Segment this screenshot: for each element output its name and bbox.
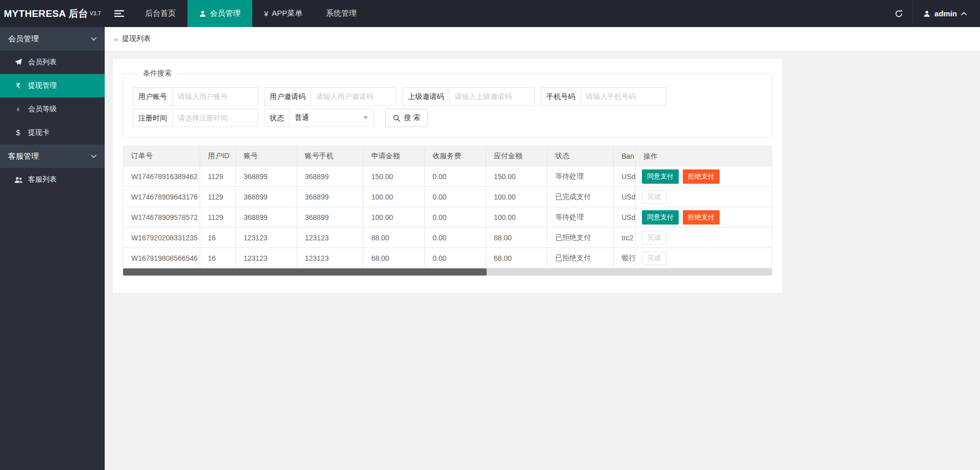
app-version: V3.7 xyxy=(90,11,101,16)
reject-pay-button[interactable]: 拒绝支付 xyxy=(683,210,720,225)
chevron-down-icon xyxy=(363,116,368,119)
sidebar-item-label: 提现管理 xyxy=(28,81,57,90)
topbar: MYTHERESA 后台 V3.7 后台首页 会员管理 ¥ APP菜单 系统管理… xyxy=(0,0,980,27)
page-shell: 会员管理 会员列表 ₹ 提现管理 ♀ 会员等级 $ 提现卡 客服管理 xyxy=(0,27,980,470)
page-title: 提现列表 xyxy=(122,34,151,43)
cell-apply-amount: 68.00 xyxy=(364,248,425,268)
cell-user-id: 16 xyxy=(200,228,236,248)
status-badge: 等待处理 xyxy=(547,207,614,228)
cell-payable: 150.00 xyxy=(486,166,547,187)
horizontal-scrollbar[interactable] xyxy=(123,268,772,276)
breadcrumb: » 提现列表 xyxy=(105,27,980,51)
cell-order: W174678909578572 xyxy=(124,207,200,228)
sidebar-item-label: 客服列表 xyxy=(28,175,57,184)
register-time-input[interactable] xyxy=(172,109,258,127)
cell-order: W174678916389462 xyxy=(124,166,200,187)
sidebar-group-label: 客服管理 xyxy=(8,152,39,161)
cell-user-id: 1129 xyxy=(200,207,236,228)
phone-number-input[interactable] xyxy=(580,87,666,106)
cell-phone: 368899 xyxy=(297,187,364,207)
nav-item-app-menu[interactable]: ¥ APP菜单 xyxy=(252,0,314,27)
agree-pay-button[interactable]: 同意支付 xyxy=(642,169,679,184)
cell-phone: 123123 xyxy=(297,248,364,268)
user-account-input[interactable] xyxy=(172,87,258,106)
field-register-time: 注册时间 xyxy=(133,109,258,127)
cell-phone: 368899 xyxy=(297,166,364,187)
cell-fee: 0.00 xyxy=(425,207,486,228)
field-user-invite-code: 用户邀请码 xyxy=(264,87,396,106)
user-menu[interactable]: admin xyxy=(913,0,980,27)
col-fee: 收服务费 xyxy=(425,146,486,166)
field-parent-invite-code: 上级邀请码 xyxy=(402,87,535,106)
cell-fee: 0.00 xyxy=(425,228,486,248)
sidebar-item-member-list[interactable]: 会员列表 xyxy=(0,51,105,74)
op-row: 完成 xyxy=(636,248,772,268)
app-title: MYTHERESA 后台 xyxy=(4,7,88,20)
cell-user-id: 16 xyxy=(200,248,236,268)
hamburger-icon xyxy=(114,10,124,17)
sidebar-group-member-manage[interactable]: 会员管理 xyxy=(0,27,105,51)
done-button: 完成 xyxy=(642,190,666,204)
sidebar-group-label: 会员管理 xyxy=(8,34,39,44)
cell-payable: 68.00 xyxy=(486,248,547,268)
person-icon xyxy=(199,10,206,17)
top-navigation: 后台首页 会员管理 ¥ APP菜单 系统管理 xyxy=(133,0,368,27)
nav-item-label: 后台首页 xyxy=(145,9,176,18)
refresh-button[interactable] xyxy=(885,0,913,27)
chevron-down-icon xyxy=(91,155,97,158)
plane-icon xyxy=(14,59,22,66)
col-payable: 应付金额 xyxy=(486,146,547,166)
sidebar-item-member-level[interactable]: ♀ 会员等级 xyxy=(0,97,105,121)
withdraw-list-card: 条件搜索 用户账号 用户邀请码 上级邀请码 xyxy=(112,58,783,293)
nav-item-home[interactable]: 后台首页 xyxy=(133,0,187,27)
field-status: 状态 普通 xyxy=(264,109,374,127)
parent-invite-code-input[interactable] xyxy=(449,87,535,106)
status-select[interactable]: 普通 xyxy=(289,109,374,127)
sidebar-item-label: 提现卡 xyxy=(28,128,50,137)
nav-item-system-manage[interactable]: 系统管理 xyxy=(314,0,368,27)
person-icon xyxy=(923,10,930,17)
search-button-label: 搜 索 xyxy=(404,113,420,122)
search-row-1: 用户账号 用户邀请码 上级邀请码 手机号码 xyxy=(133,87,767,106)
breadcrumb-separator-icon: » xyxy=(114,35,118,43)
cell-apply-amount: 150.00 xyxy=(364,166,425,187)
content-area: 条件搜索 用户账号 用户邀请码 上级邀请码 xyxy=(105,51,980,301)
status-badge: 已拒绝支付 xyxy=(547,228,614,248)
field-user-account: 用户账号 xyxy=(133,87,258,106)
scrollbar-thumb[interactable] xyxy=(123,268,487,276)
topbar-right: admin xyxy=(885,0,980,27)
field-label: 手机号码 xyxy=(541,87,581,106)
status-badge: 已完成支付 xyxy=(547,187,614,207)
col-user-id: 用户ID xyxy=(200,146,236,166)
cell-account: 123123 xyxy=(236,248,297,268)
reject-pay-button[interactable]: 拒绝支付 xyxy=(683,169,720,184)
status-badge: 等待处理 xyxy=(547,166,614,187)
user-invite-code-input[interactable] xyxy=(310,87,396,106)
sidebar-item-withdraw-card[interactable]: $ 提现卡 xyxy=(0,121,105,144)
field-label: 上级邀请码 xyxy=(402,87,449,106)
sidebar: 会员管理 会员列表 ₹ 提现管理 ♀ 会员等级 $ 提现卡 客服管理 xyxy=(0,27,105,470)
sidebar-item-service-list[interactable]: 客服列表 xyxy=(0,168,105,191)
search-button[interactable]: 搜 索 xyxy=(385,109,428,127)
cell-order: W167919808566546 xyxy=(124,248,200,268)
cell-account: 368899 xyxy=(236,166,297,187)
op-row: 同意支付 拒绝支付 xyxy=(636,166,772,187)
cell-account: 368899 xyxy=(236,187,297,207)
agree-pay-button[interactable]: 同意支付 xyxy=(642,210,679,225)
col-status: 状态 xyxy=(547,146,614,166)
cell-payable: 100.00 xyxy=(486,207,547,228)
cell-payable: 100.00 xyxy=(486,187,547,207)
cell-order: W174678909643176 xyxy=(124,187,200,207)
col-order: 订单号 xyxy=(124,146,200,166)
nav-item-member-manage[interactable]: 会员管理 xyxy=(187,0,252,27)
sidebar-toggle-button[interactable] xyxy=(105,0,133,27)
operation-fixed-column: 操作 同意支付 拒绝支付 完成 同意支付 拒绝支付 xyxy=(635,146,772,268)
cell-order: W167920208331235 xyxy=(124,228,200,248)
cell-apply-amount: 100.00 xyxy=(364,207,425,228)
cell-apply-amount: 88.00 xyxy=(364,228,425,248)
sidebar-group-service-manage[interactable]: 客服管理 xyxy=(0,144,105,168)
col-phone: 账号手机 xyxy=(297,146,364,166)
sidebar-item-withdraw-manage[interactable]: ₹ 提现管理 xyxy=(0,74,105,97)
done-button: 完成 xyxy=(642,252,666,265)
search-fieldset: 条件搜索 用户账号 用户邀请码 上级邀请码 xyxy=(123,69,772,138)
